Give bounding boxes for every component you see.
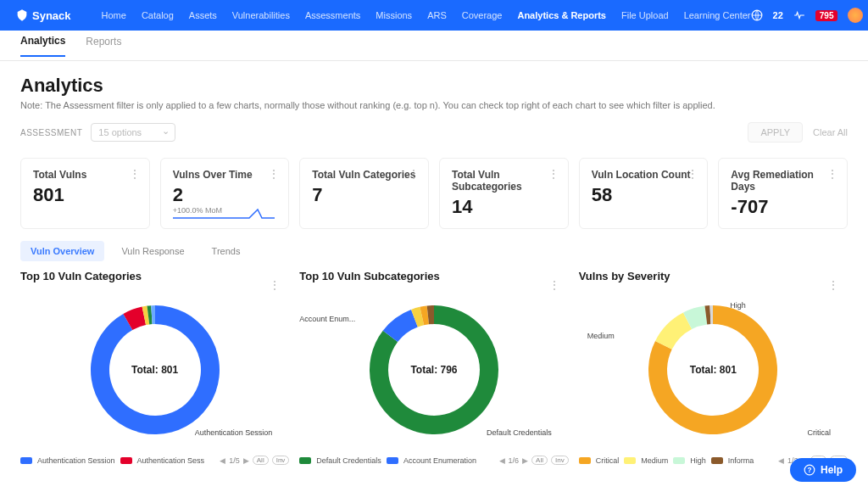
legend-all[interactable]: All <box>531 456 548 465</box>
nav-item-home[interactable]: Home <box>102 10 126 20</box>
next-icon[interactable]: ▶ <box>243 456 249 465</box>
help-button[interactable]: ? Help <box>790 458 856 478</box>
legend-inv[interactable]: Inv <box>272 456 290 465</box>
assessment-select[interactable]: 15 options <box>91 123 175 142</box>
legend-row: Default CredentialsAccount Enumeration◀1… <box>299 456 568 465</box>
nav-item-missions[interactable]: Missions <box>376 10 412 20</box>
chart-card: ⋮Top 10 Vuln CategoriesTotal: 801Authent… <box>20 270 289 465</box>
subtab-reports[interactable]: Reports <box>86 36 121 56</box>
chart-title: Vulns by Severity <box>579 270 848 282</box>
legend-label: Authentication Session <box>37 456 115 465</box>
svg-text:?: ? <box>807 467 811 474</box>
chart-callout: Authentication Session <box>195 428 273 437</box>
notification-badge[interactable]: 795 <box>815 10 838 21</box>
page-note: Note: The Assessment filter is only appl… <box>20 100 848 110</box>
page-content: Analytics Note: The Assessment filter is… <box>0 61 868 478</box>
nav-item-vulnerabilities[interactable]: Vulnerabilities <box>232 10 290 20</box>
kebab-icon[interactable]: ⋮ <box>129 167 141 181</box>
assessment-label: ASSESSMENT <box>20 128 82 137</box>
nav-item-catalog[interactable]: Catalog <box>142 10 174 20</box>
prev-icon[interactable]: ◀ <box>220 456 225 465</box>
chart-callout: Default Credentials <box>487 428 552 437</box>
legend-swatch <box>120 457 132 464</box>
page-title: Analytics <box>20 75 848 97</box>
nav-count: 22 <box>773 10 783 20</box>
kpi-card: ⋮Vuln Location Count58 <box>579 158 709 229</box>
nav-item-ars[interactable]: ARS <box>427 10 447 20</box>
nav-item-assessments[interactable]: Assessments <box>305 10 360 20</box>
nav-item-assets[interactable]: Assets <box>189 10 217 20</box>
kpi-value: 14 <box>452 196 556 218</box>
charts-row: ⋮Top 10 Vuln CategoriesTotal: 801Authent… <box>20 270 848 465</box>
kpi-value: 801 <box>33 184 137 206</box>
legend-inv[interactable]: Inv <box>551 456 569 465</box>
kebab-icon[interactable]: ⋮ <box>268 167 280 181</box>
chart-callout: Account Enum... <box>299 315 355 323</box>
donut-wrap: Total: 801HighMediumCritical <box>579 289 848 450</box>
donut-center-label: Total: 796 <box>410 364 457 376</box>
kpi-card: ⋮Vulns Over Time2+100.0% MoM <box>160 158 290 229</box>
kpi-card: ⋮Avg Remediation Days-707 <box>718 158 848 229</box>
legend-page: 1/6 <box>509 456 520 465</box>
avatar[interactable] <box>848 8 863 23</box>
kpi-value: -707 <box>731 196 835 218</box>
legend-swatch <box>387 457 398 464</box>
legend-label: Default Credentials <box>316 456 381 465</box>
subtab-analytics[interactable]: Analytics <box>20 35 65 57</box>
sparkline <box>173 208 275 220</box>
legend-label: Account Enumeration <box>403 456 476 465</box>
nav-item-learning-center[interactable]: Learning Center <box>684 10 751 20</box>
legend-swatch <box>624 457 636 464</box>
kpi-card: ⋮Total Vuln Subcategories14 <box>439 158 569 229</box>
top-nav: Synack HomeCatalogAssetsVulnerabilitiesA… <box>0 0 868 31</box>
kebab-icon[interactable]: ⋮ <box>548 167 559 181</box>
brand-logo[interactable]: Synack <box>15 8 71 22</box>
kebab-icon[interactable]: ⋮ <box>826 167 838 181</box>
donut-wrap: Total: 796Account Enum...Default Credent… <box>299 289 568 450</box>
kpi-title: Vuln Location Count <box>592 169 696 181</box>
kpi-value: 2 <box>173 184 277 206</box>
overview-tab-vuln-overview[interactable]: Vuln Overview <box>20 241 104 261</box>
nav-item-file-upload[interactable]: File Upload <box>621 10 669 20</box>
legend-swatch <box>299 457 311 464</box>
nav-item-analytics-reports[interactable]: Analytics & Reports <box>517 10 606 20</box>
chart-callout: High <box>730 301 746 310</box>
kpi-value: 7 <box>312 184 416 206</box>
legend-all[interactable]: All <box>253 456 269 465</box>
kpi-card: ⋮Total Vuln Categories7 <box>299 158 429 229</box>
kebab-icon[interactable]: ⋮ <box>687 167 698 181</box>
globe-icon[interactable] <box>751 9 763 21</box>
kebab-icon[interactable]: ⋮ <box>408 167 420 181</box>
brand-icon <box>15 8 29 22</box>
chart-title: Top 10 Vuln Categories <box>20 270 289 282</box>
legend-label: Critical <box>596 456 620 465</box>
overview-tab-vuln-response[interactable]: Vuln Response <box>111 241 194 261</box>
legend-swatch <box>711 457 723 464</box>
pulse-icon[interactable] <box>793 9 805 21</box>
donut-wrap: Total: 801Authentication Session <box>20 289 289 450</box>
help-label: Help <box>821 464 843 476</box>
select-placeholder: 15 options <box>98 127 142 137</box>
clear-all-button[interactable]: Clear All <box>813 127 848 137</box>
legend-label: Informa <box>728 456 754 465</box>
kpi-value: 58 <box>592 184 696 206</box>
chart-card: ⋮Top 10 Vuln SubcategoriesTotal: 796Acco… <box>299 270 568 465</box>
apply-button[interactable]: APPLY <box>748 122 803 143</box>
chart-callout: Critical <box>807 428 831 437</box>
kpi-card: ⋮Total Vulns801 <box>20 158 150 229</box>
donut-center-label: Total: 801 <box>690 364 737 376</box>
legend-row: Authentication SessionAuthentication Ses… <box>20 456 289 465</box>
nav-item-coverage[interactable]: Coverage <box>462 10 503 20</box>
kpi-row: ⋮Total Vulns801⋮Vulns Over Time2+100.0% … <box>20 158 848 229</box>
kpi-title: Vulns Over Time <box>173 169 277 181</box>
nav-links: HomeCatalogAssetsVulnerabilitiesAssessme… <box>102 10 751 20</box>
legend-pager: ◀1/5▶AllInv <box>220 456 289 465</box>
kpi-title: Total Vuln Subcategories <box>452 169 556 193</box>
kpi-title: Total Vulns <box>33 169 137 181</box>
legend-label: Authentication Sess <box>137 456 205 465</box>
prev-icon[interactable]: ◀ <box>778 456 784 465</box>
prev-icon[interactable]: ◀ <box>499 456 505 465</box>
next-icon[interactable]: ▶ <box>522 456 528 465</box>
legend-swatch <box>579 457 591 464</box>
overview-tab-trends[interactable]: Trends <box>202 241 251 261</box>
